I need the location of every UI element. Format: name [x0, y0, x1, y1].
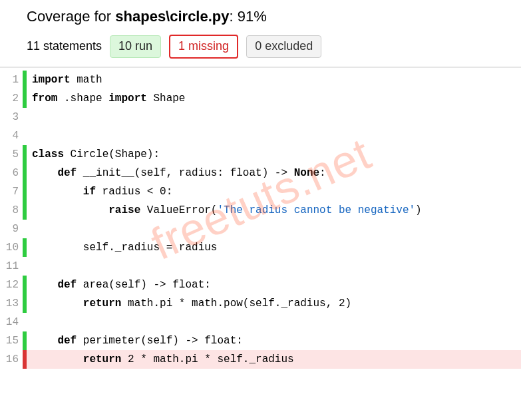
code-line: 15 def perimeter(self) -> float:	[0, 331, 521, 350]
code-text: self._radius = radius	[27, 238, 521, 257]
line-number: 11	[0, 257, 23, 276]
code-text: def perimeter(self) -> float:	[27, 331, 521, 350]
code-line: 8 raise ValueError('The radius cannot be…	[0, 201, 521, 220]
stats-row: 11 statements 10 run 1 missing 0 exclude…	[27, 35, 494, 59]
code-text	[27, 126, 521, 145]
code-text: import math	[27, 71, 521, 89]
excluded-filter-button[interactable]: 0 excluded	[246, 35, 321, 58]
code-text: def area(self) -> float:	[27, 276, 521, 294]
code-text: from .shape import Shape	[27, 89, 521, 108]
code-line: 4	[0, 126, 521, 145]
code-line: 6 def __init__(self, radius: float) -> N…	[0, 164, 521, 182]
line-number: 10	[0, 238, 23, 257]
missing-filter-button[interactable]: 1 missing	[169, 35, 238, 59]
code-text: return 2 * math.pi * self._radius	[27, 350, 521, 369]
line-number: 12	[0, 276, 23, 294]
line-number: 3	[0, 108, 23, 126]
code-line: 11	[0, 257, 521, 276]
line-number: 15	[0, 331, 23, 350]
code-line: 10 self._radius = radius	[0, 238, 521, 257]
line-number: 9	[0, 220, 23, 238]
code-line: 12 def area(self) -> float:	[0, 276, 521, 294]
line-number: 14	[0, 313, 23, 331]
code-line: 9	[0, 220, 521, 238]
code-line: 5class Circle(Shape):	[0, 145, 521, 164]
line-number: 6	[0, 164, 23, 182]
page-title: Coverage for shapes\circle.py: 91%	[27, 8, 494, 25]
title-percent: : 91%	[230, 8, 267, 25]
code-text	[27, 313, 521, 331]
code-line: 14	[0, 313, 521, 331]
code-listing: 1import math2from .shape import Shape345…	[0, 67, 521, 369]
code-text: class Circle(Shape):	[27, 145, 521, 164]
code-line: 16 return 2 * math.pi * self._radius	[0, 350, 521, 369]
line-number: 2	[0, 89, 23, 108]
run-filter-button[interactable]: 10 run	[110, 35, 161, 58]
line-number: 1	[0, 71, 23, 89]
code-line: 7 if radius < 0:	[0, 182, 521, 201]
line-number: 13	[0, 294, 23, 313]
title-filename: shapes\circle.py	[115, 8, 229, 25]
line-number: 8	[0, 201, 23, 220]
code-line: 13 return math.pi * math.pow(self._radiu…	[0, 294, 521, 313]
code-text	[27, 220, 521, 238]
line-number: 16	[0, 350, 23, 369]
code-text: if radius < 0:	[27, 182, 521, 201]
code-text: def __init__(self, radius: float) -> Non…	[27, 164, 521, 182]
coverage-header: Coverage for shapes\circle.py: 91% 11 st…	[0, 8, 521, 67]
code-text	[27, 108, 521, 126]
code-line: 2from .shape import Shape	[0, 89, 521, 108]
line-number: 4	[0, 126, 23, 145]
code-text	[27, 257, 521, 276]
code-text: raise ValueError('The radius cannot be n…	[27, 201, 521, 220]
line-number: 5	[0, 145, 23, 164]
statements-count: 11 statements	[27, 39, 102, 53]
line-number: 7	[0, 182, 23, 201]
code-line: 3	[0, 108, 521, 126]
code-text: return math.pi * math.pow(self._radius, …	[27, 294, 521, 313]
title-prefix: Coverage for	[27, 8, 115, 25]
code-line: 1import math	[0, 71, 521, 89]
